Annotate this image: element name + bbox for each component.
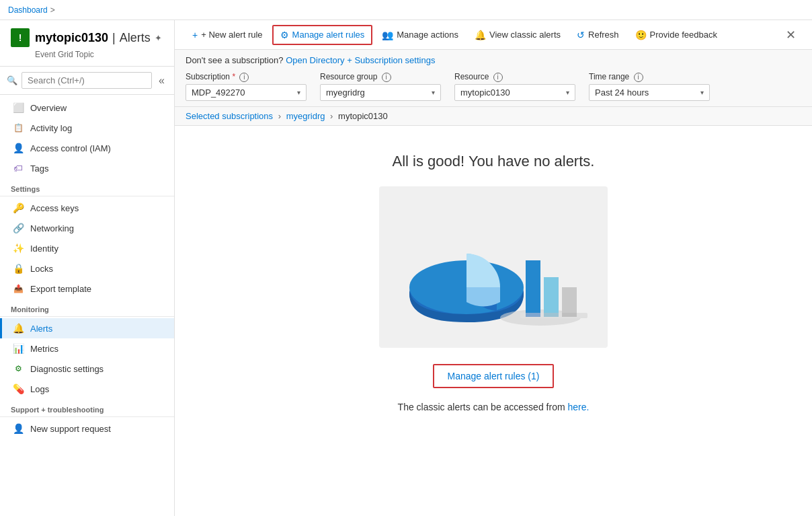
locks-icon: 🔒 bbox=[13, 263, 24, 274]
svg-rect-4 bbox=[544, 277, 559, 314]
new-alert-rule-button[interactable]: + + New alert rule bbox=[186, 26, 270, 44]
sidebar-item-activity-log[interactable]: 📋 Activity log bbox=[0, 118, 174, 138]
subscription-chevron-icon: ▾ bbox=[297, 89, 300, 96]
activity-log-icon: 📋 bbox=[13, 122, 24, 133]
sidebar-item-tags[interactable]: 🏷 Tags bbox=[0, 158, 174, 178]
sidebar-item-diagnostic-settings[interactable]: ⚙ Diagnostic settings bbox=[0, 359, 174, 379]
sidebar-search-area: 🔍 « bbox=[0, 67, 174, 95]
sidebar: ! mytopic0130 | Alerts ✦ Event Grid Topi… bbox=[0, 20, 175, 516]
sidebar-item-locks[interactable]: 🔒 Locks bbox=[0, 258, 174, 279]
sidebar-item-alerts[interactable]: 🔔 Alerts bbox=[0, 318, 174, 338]
classic-alerts-link[interactable]: here. bbox=[567, 402, 589, 412]
sidebar-item-metrics[interactable]: 📊 Metrics bbox=[0, 338, 174, 359]
resource-group-label: Resource group i bbox=[320, 72, 441, 82]
search-input[interactable] bbox=[22, 72, 152, 89]
monitoring-section-label: Monitoring bbox=[0, 299, 174, 317]
content-area: + + New alert rule ⚙ Manage alert rules … bbox=[175, 20, 812, 516]
sidebar-navigation: ⬜ Overview 📋 Activity log 👤 Access contr… bbox=[0, 95, 174, 516]
refresh-button[interactable]: ↺ Refresh bbox=[570, 26, 626, 44]
resource-header: ! mytopic0130 | Alerts ✦ Event Grid Topi… bbox=[0, 20, 174, 67]
manage-alert-rules-label: Manage alert rules bbox=[292, 30, 365, 40]
alert-content: Don't see a subscription? Open Directory… bbox=[175, 50, 812, 516]
manage-alert-rules-main-button[interactable]: Manage alert rules (1) bbox=[433, 364, 555, 388]
resource-group-chevron-icon: ▾ bbox=[432, 89, 435, 96]
sidebar-item-overview[interactable]: ⬜ Overview bbox=[0, 98, 174, 118]
time-range-dropdown[interactable]: Past 24 hours ▾ bbox=[589, 84, 710, 101]
breadcrumb-selected-subscriptions[interactable]: Selected subscriptions bbox=[186, 111, 273, 121]
time-range-chevron-icon: ▾ bbox=[700, 89, 704, 96]
sidebar-item-access-control[interactable]: 👤 Access control (IAM) bbox=[0, 138, 174, 158]
sidebar-item-label: Networking bbox=[30, 223, 74, 233]
sidebar-item-export-template[interactable]: 📤 Export template bbox=[0, 279, 174, 299]
sidebar-item-label: Identity bbox=[30, 244, 58, 254]
sidebar-item-label: Overview bbox=[30, 103, 67, 113]
resource-filter-group: Resource i mytopic0130 ▾ bbox=[454, 72, 575, 101]
manage-alert-rules-button[interactable]: ⚙ Manage alert rules bbox=[272, 25, 373, 45]
subscription-label: Subscription * i bbox=[186, 72, 307, 82]
filters-row: Subscription * i MDP_492270 ▾ Resource g… bbox=[186, 72, 801, 101]
breadcrumb-trail: Selected subscriptions › myegridrg › myt… bbox=[175, 107, 812, 126]
resource-filter-label: Resource i bbox=[454, 72, 575, 82]
sidebar-item-label: Logs bbox=[30, 384, 49, 394]
no-alerts-illustration bbox=[393, 200, 594, 334]
manage-actions-icon: 👥 bbox=[382, 30, 393, 40]
subscription-required: * bbox=[232, 72, 235, 81]
identity-icon: ✨ bbox=[13, 243, 24, 254]
toolbar: + + New alert rule ⚙ Manage alert rules … bbox=[175, 20, 812, 50]
sidebar-item-label: Activity log bbox=[30, 123, 72, 133]
subscription-value: MDP_492270 bbox=[192, 87, 245, 98]
subscription-info-icon[interactable]: i bbox=[239, 73, 249, 82]
refresh-label: Refresh bbox=[588, 30, 619, 40]
sidebar-item-label: Metrics bbox=[30, 344, 58, 354]
breadcrumb-resource-group[interactable]: myegridrg bbox=[286, 111, 325, 121]
provide-feedback-label: Provide feedback bbox=[650, 30, 717, 40]
manage-actions-label: Manage actions bbox=[397, 30, 458, 40]
resource-icon: ! bbox=[11, 28, 30, 47]
metrics-icon: 📊 bbox=[13, 343, 24, 354]
svg-rect-7 bbox=[526, 313, 540, 317]
sidebar-item-logs[interactable]: 💊 Logs bbox=[0, 379, 174, 399]
resource-group-value: myegridrg bbox=[326, 87, 365, 98]
manage-actions-button[interactable]: 👥 Manage actions bbox=[375, 26, 465, 44]
resource-group-info-icon[interactable]: i bbox=[382, 73, 391, 82]
provide-feedback-button[interactable]: 🙂 Provide feedback bbox=[628, 26, 724, 44]
resource-page-title: Alerts bbox=[120, 31, 151, 45]
sidebar-item-label: New support request bbox=[30, 424, 111, 434]
sidebar-item-networking[interactable]: 🔗 Networking bbox=[0, 218, 174, 238]
time-range-label: Time range i bbox=[589, 72, 710, 82]
view-classic-alerts-button[interactable]: 🔔 View classic alerts bbox=[468, 26, 567, 44]
breadcrumb-trail-sep1: › bbox=[278, 111, 281, 121]
diagnostic-settings-icon: ⚙ bbox=[13, 363, 24, 374]
sidebar-item-access-keys[interactable]: 🔑 Access keys bbox=[0, 198, 174, 218]
resource-name: mytopic0130 bbox=[35, 31, 108, 45]
pin-icon[interactable]: ✦ bbox=[155, 33, 162, 43]
no-alerts-section: All is good! You have no alerts. bbox=[175, 126, 812, 426]
subscription-dropdown[interactable]: MDP_492270 ▾ bbox=[186, 84, 307, 101]
no-subscription-message: Don't see a subscription? Open Directory… bbox=[186, 55, 801, 65]
breadcrumb-trail-sep2: › bbox=[330, 111, 333, 121]
breadcrumb-dashboard[interactable]: Dashboard bbox=[8, 5, 48, 15]
classic-alerts-icon: 🔔 bbox=[475, 30, 486, 40]
time-range-info-icon[interactable]: i bbox=[634, 73, 643, 82]
sidebar-item-label: Diagnostic settings bbox=[30, 364, 104, 374]
chart-illustration bbox=[379, 186, 608, 348]
search-icon: 🔍 bbox=[7, 75, 17, 85]
breadcrumb-separator: > bbox=[50, 5, 55, 15]
sidebar-item-new-support-request[interactable]: 👤 New support request bbox=[0, 418, 174, 439]
info-banner: Don't see a subscription? Open Directory… bbox=[175, 50, 812, 107]
view-classic-alerts-label: View classic alerts bbox=[489, 30, 561, 40]
new-alert-rule-icon: + bbox=[192, 30, 198, 40]
close-button[interactable]: ✕ bbox=[780, 25, 801, 45]
resource-subtitle: Event Grid Topic bbox=[11, 50, 163, 59]
resource-info-icon[interactable]: i bbox=[493, 73, 503, 82]
sidebar-item-label: Export template bbox=[30, 284, 91, 294]
sidebar-item-identity[interactable]: ✨ Identity bbox=[0, 238, 174, 258]
support-section-label: Support + troubleshooting bbox=[0, 399, 174, 417]
access-keys-icon: 🔑 bbox=[13, 202, 24, 213]
support-icon: 👤 bbox=[13, 423, 24, 434]
open-directory-link[interactable]: Open Directory + Subscription settings bbox=[286, 55, 435, 65]
sidebar-collapse-button[interactable]: « bbox=[156, 73, 167, 88]
resource-group-dropdown[interactable]: myegridrg ▾ bbox=[320, 84, 441, 101]
sidebar-item-label: Tags bbox=[30, 163, 48, 174]
resource-dropdown[interactable]: mytopic0130 ▾ bbox=[454, 84, 575, 101]
